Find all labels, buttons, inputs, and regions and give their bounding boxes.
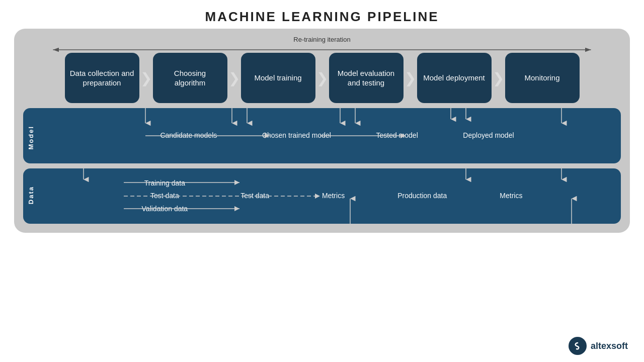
chevron-3: ❯ xyxy=(316,70,328,86)
data-section-label: Data xyxy=(27,186,35,204)
deployed-model: Deployed model xyxy=(463,131,514,141)
pipeline-row: Data collection and preparation ❯ Choosi… xyxy=(23,53,621,103)
metrics-2: Metrics xyxy=(500,191,522,201)
validation-data: Validation data xyxy=(142,204,188,214)
candidate-models: Candidate models xyxy=(160,131,217,141)
chevron-5: ❯ xyxy=(493,70,504,86)
page: MACHINE LEARNING PIPELINE Re-training it… xyxy=(0,0,644,362)
box-monitoring: Monitoring xyxy=(505,53,580,103)
brand-name: altexsoft xyxy=(591,341,628,351)
box-choosing-algo: Choosing algorithm xyxy=(153,53,227,103)
chosen-trained-model: Chosen trained model xyxy=(262,131,331,141)
retraining-label: Re-training iteration xyxy=(293,36,350,43)
box-model-training: Model training xyxy=(241,53,315,103)
model-content: Candidate models Chosen trained model Te… xyxy=(32,131,612,141)
box-model-eval: Model evaluation and testing xyxy=(329,53,404,103)
metrics-1: Metrics xyxy=(322,191,345,201)
box-model-deploy: Model deployment xyxy=(417,53,492,103)
data-section: Data xyxy=(23,168,621,224)
left-data-items: Training data Test data Validation data xyxy=(142,178,188,214)
test-data: Test data xyxy=(142,191,188,201)
box-data-collection: Data collection and preparation xyxy=(65,53,139,103)
chevron-2: ❯ xyxy=(228,70,240,86)
production-data: Production data xyxy=(397,191,447,201)
retraining-row: Re-training iteration xyxy=(23,35,621,51)
chevron-1: ❯ xyxy=(140,70,152,86)
outer-container: Re-training iteration xyxy=(14,29,630,233)
test-data-2: Test data xyxy=(240,191,269,201)
model-section-label: Model xyxy=(27,126,35,150)
brand-logo xyxy=(569,337,587,355)
data-content: Training data Test data Validation data … xyxy=(32,178,612,214)
page-title: MACHINE LEARNING PIPELINE xyxy=(0,0,644,29)
brand: altexsoft xyxy=(569,337,628,355)
tested-model: Tested model xyxy=(376,131,418,141)
model-section: Model xyxy=(23,108,621,163)
training-data: Training data xyxy=(142,178,188,189)
chevron-4: ❯ xyxy=(405,70,416,86)
